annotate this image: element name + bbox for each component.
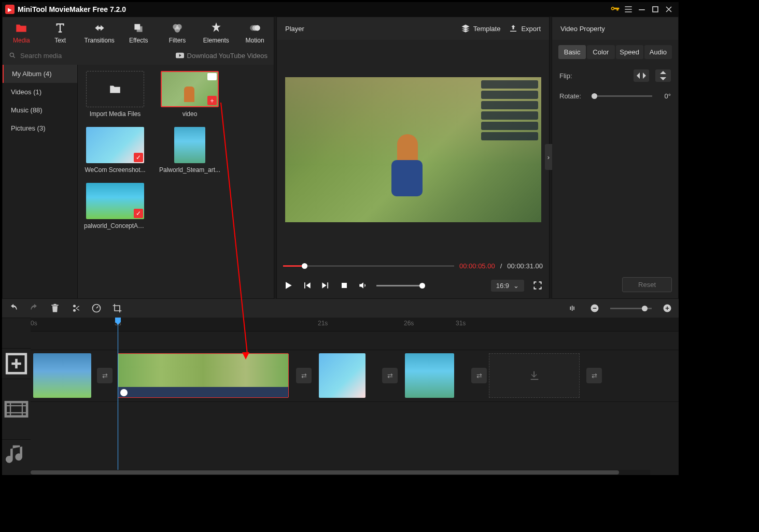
media-sidebar: My Album (4) Videos (1) Music (88) Pictu…	[3, 65, 78, 298]
search-icon	[9, 52, 16, 59]
transition-slot-3[interactable]: ⇄	[382, 368, 398, 383]
speed-button[interactable]	[91, 303, 102, 313]
playhead[interactable]	[118, 318, 118, 470]
split-button[interactable]	[71, 303, 81, 313]
elements-icon	[209, 21, 223, 35]
drop-zone[interactable]	[489, 353, 580, 398]
media-item-palworld-concept[interactable]: ✓ palworld_ConceptArt...	[84, 183, 146, 229]
add-to-timeline-icon[interactable]: ＋	[207, 96, 217, 105]
preview-screen[interactable]	[285, 77, 541, 222]
video-track[interactable]: ⇄ ⇄ ⇄ ⇄ ⇄	[31, 350, 679, 401]
export-button[interactable]: Export	[509, 24, 541, 33]
clip-2-selected[interactable]	[118, 353, 289, 398]
overlay-track[interactable]	[31, 331, 679, 350]
menu-icon[interactable]	[622, 4, 635, 15]
fullscreen-button[interactable]	[532, 280, 543, 291]
clip-4[interactable]	[405, 353, 454, 398]
annotation-arrow-head	[242, 352, 249, 360]
motion-icon	[248, 21, 262, 35]
folder-icon	[108, 82, 122, 96]
folder-icon	[15, 21, 28, 35]
maximize-button[interactable]	[649, 4, 662, 15]
prop-tab-basic[interactable]: Basic	[558, 45, 586, 59]
reset-button[interactable]: Reset	[622, 277, 672, 292]
chevron-down-icon: ⌄	[513, 282, 519, 290]
player-title: Player	[285, 25, 453, 33]
media-grid: Import Media Files ＋ video ✓ WeCom Scree…	[78, 65, 274, 298]
tab-motion[interactable]: Motion	[240, 21, 270, 44]
auto-fit-icon[interactable]	[569, 303, 579, 313]
timeline-scrollbar[interactable]	[31, 470, 650, 475]
volume-icon[interactable]	[358, 280, 368, 291]
minimize-button[interactable]	[635, 4, 649, 15]
title-bar: ▶ MiniTool MovieMaker Free 7.2.0	[2, 2, 679, 17]
timeline-ruler[interactable]: 0s 5s 21s 26s 31s	[31, 318, 679, 331]
svg-point-5	[175, 27, 180, 33]
text-icon	[53, 21, 67, 35]
crop-button[interactable]	[112, 303, 122, 313]
clip-3[interactable]	[319, 353, 366, 398]
play-button[interactable]	[283, 280, 293, 291]
tab-elements[interactable]: Elements	[201, 21, 231, 44]
audio-track[interactable]	[31, 401, 679, 433]
panel-collapse-button[interactable]: ›	[545, 144, 552, 170]
redo-button[interactable]	[29, 303, 39, 313]
prop-tab-speed[interactable]: Speed	[616, 45, 643, 59]
prev-frame-button[interactable]	[302, 280, 312, 291]
volume-slider[interactable]	[376, 285, 423, 286]
youtube-icon	[176, 52, 184, 59]
sidebar-item-pictures[interactable]: Pictures (3)	[3, 119, 77, 137]
download-youtube-button[interactable]: Download YouTube Videos	[176, 52, 268, 60]
tab-effects[interactable]: Effects	[124, 21, 153, 44]
delete-button[interactable]	[50, 303, 60, 313]
template-button[interactable]: Template	[461, 24, 501, 33]
next-frame-button[interactable]	[320, 280, 331, 291]
app-title: MiniTool MovieMaker Free 7.2.0	[18, 5, 126, 13]
export-icon	[509, 24, 518, 33]
player-viewport	[277, 40, 549, 259]
clip-1[interactable]	[33, 353, 91, 398]
search-input[interactable]	[20, 52, 172, 60]
zoom-in-button[interactable]	[662, 303, 672, 313]
media-item-video[interactable]: ＋ video	[159, 71, 221, 118]
zoom-out-button[interactable]	[589, 303, 600, 313]
flip-label: Flip:	[559, 72, 585, 80]
add-track-button[interactable]	[2, 348, 31, 379]
zoom-slider[interactable]	[610, 308, 652, 309]
stop-button[interactable]	[339, 280, 349, 291]
license-key-icon[interactable]	[608, 4, 622, 15]
prop-tab-audio[interactable]: Audio	[644, 45, 672, 59]
sidebar-item-videos[interactable]: Videos (1)	[3, 83, 77, 101]
transition-slot-5[interactable]: ⇄	[586, 368, 602, 383]
used-check-icon: ✓	[134, 153, 143, 162]
svg-point-9	[10, 53, 13, 56]
tab-transitions[interactable]: Transitions	[85, 21, 115, 44]
flip-horizontal-button[interactable]	[634, 69, 649, 82]
media-item-wecom[interactable]: ✓ WeCom Screenshot...	[84, 127, 146, 174]
video-type-icon	[207, 73, 217, 80]
media-item-palworld-steam[interactable]: ✓ Palworld_Steam_art...	[159, 127, 221, 174]
svg-point-8	[255, 25, 260, 31]
tab-text[interactable]: Text	[46, 21, 75, 44]
prop-tab-color[interactable]: Color	[587, 45, 614, 59]
transition-slot-2[interactable]: ⇄	[296, 368, 312, 383]
tab-filters[interactable]: Filters	[163, 21, 192, 44]
resource-tabs: Media Text Transitions Effects Filters E…	[3, 17, 274, 46]
tab-media[interactable]: Media	[7, 21, 36, 44]
sidebar-item-my-album[interactable]: My Album (4)	[3, 65, 77, 83]
transition-slot-4[interactable]: ⇄	[471, 368, 487, 383]
rotate-slider[interactable]	[592, 95, 652, 97]
audio-track-icon	[2, 439, 31, 470]
time-total: 00:00:31.00	[507, 262, 543, 270]
flip-vertical-button[interactable]	[655, 69, 671, 82]
seek-bar[interactable]	[283, 265, 454, 267]
used-check-icon: ✓	[134, 209, 143, 218]
svg-rect-0	[653, 7, 658, 12]
transition-slot-1[interactable]: ⇄	[97, 368, 113, 383]
aspect-ratio-select[interactable]: 16:9⌄	[491, 280, 524, 292]
svg-rect-2	[137, 26, 143, 32]
import-media-button[interactable]: Import Media Files	[84, 71, 146, 118]
undo-button[interactable]	[8, 303, 19, 313]
close-button[interactable]	[662, 4, 676, 15]
sidebar-item-music[interactable]: Music (88)	[3, 101, 77, 119]
